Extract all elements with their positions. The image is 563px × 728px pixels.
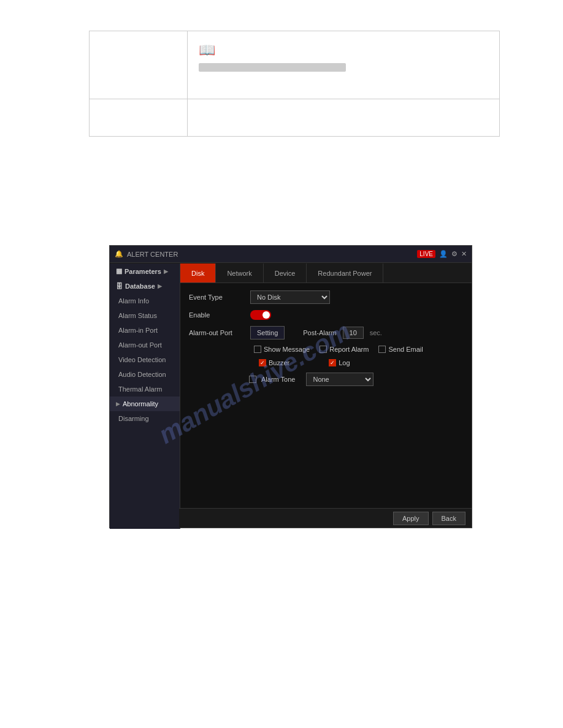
checkbox-row-2: Buzzer Log [189, 359, 463, 366]
tab-disk[interactable]: Disk [180, 264, 216, 282]
sidebar-item-alarm-in-port[interactable]: Alarm-in Port [110, 323, 180, 338]
sidebar-item-alarm-out-port[interactable]: Alarm-out Port [110, 338, 180, 352]
chevron-right-abnormality-icon: ▶ [116, 401, 120, 407]
apply-button[interactable]: Apply [393, 512, 429, 525]
gray-bar [199, 63, 346, 72]
top-table: 📖 [89, 31, 500, 137]
alarm-out-port-label: Alarm-out Port [189, 329, 244, 336]
setting-button[interactable]: Setting [250, 326, 285, 339]
buzzer-item: Buzzer [259, 359, 289, 366]
tabs-bar: Disk Network Device Redundant Power [180, 264, 472, 283]
buzzer-checkbox[interactable] [259, 359, 266, 366]
send-email-label: Send Email [388, 346, 423, 353]
parameters-label: Parameters [124, 268, 161, 275]
sidebar-item-thermal-alarm[interactable]: Thermal Alarm [110, 382, 180, 396]
tab-device[interactable]: Device [264, 264, 307, 282]
tab-redundant-power[interactable]: Redundant Power [307, 264, 383, 282]
live-badge: LIVE [417, 250, 435, 258]
alarm-tone-row: Alarm Tone None [189, 373, 463, 386]
send-email-item: Send Email [378, 346, 423, 353]
show-message-item: Show Message [254, 346, 310, 353]
sidebar-item-alarm-info[interactable]: Alarm Info [110, 294, 180, 308]
table-cell-right-2 [188, 99, 499, 136]
header-bar: 🔔 ALERT CENTER LIVE 👤 ⚙ ✕ [110, 246, 472, 263]
main-content: Disk Network Device Redundant Power Even… [180, 264, 472, 528]
form-content: Event Type No Disk Enable Alarm-out Port… [180, 283, 472, 400]
disarming-label: Disarming [118, 415, 149, 422]
event-type-row: Event Type No Disk [189, 290, 463, 304]
sidebar-item-disarming[interactable]: Disarming [110, 411, 180, 426]
sidebar-item-video-detection[interactable]: Video Detection [110, 352, 180, 367]
sidebar: ▦ Parameters ▶ 🗄 Database ▶ Alarm Info A… [110, 264, 180, 529]
enable-label: Enable [189, 311, 244, 319]
sidebar-item-alarm-status[interactable]: Alarm Status [110, 308, 180, 323]
post-alarm-input[interactable] [343, 327, 364, 339]
log-checkbox[interactable] [329, 359, 336, 366]
chevron-right-db-icon: ▶ [158, 283, 162, 289]
report-alarm-label: Report Alarm [329, 346, 369, 353]
checkbox-row-1: Show Message Report Alarm Send Email [189, 346, 463, 353]
buzzer-label: Buzzer [269, 359, 289, 366]
show-message-checkbox[interactable] [254, 346, 261, 353]
tab-network[interactable]: Network [216, 264, 263, 282]
table-cell-right-1: 📖 [188, 31, 499, 99]
audio-detection-label: Audio Detection [118, 371, 166, 378]
grid-icon: ▦ [116, 267, 122, 275]
post-alarm-label: Post-Alarm [303, 329, 336, 336]
table-cell-left-1 [90, 31, 188, 99]
alert-center-title: ALERT CENTER [127, 251, 178, 258]
sidebar-item-audio-detection[interactable]: Audio Detection [110, 367, 180, 382]
back-button[interactable]: Back [432, 512, 465, 525]
alarm-tone-checkbox[interactable] [249, 376, 256, 383]
sidebar-item-parameters[interactable]: ▦ Parameters ▶ [110, 264, 180, 279]
database-label: Database [125, 282, 155, 290]
alarm-tone-select[interactable]: None [306, 373, 373, 386]
table-cell-left-2 [90, 99, 188, 136]
alarm-out-port-label: Alarm-out Port [118, 341, 162, 349]
chevron-right-icon: ▶ [164, 268, 168, 275]
report-alarm-checkbox[interactable] [320, 346, 327, 353]
alarm-tone-label: Alarm Tone [261, 376, 295, 383]
header-left: 🔔 ALERT CENTER [115, 250, 178, 258]
settings-icon: ⚙ [451, 250, 458, 258]
alarm-status-label: Alarm Status [118, 312, 157, 319]
close-icon[interactable]: ✕ [461, 250, 467, 258]
alert-center-screenshot: 🔔 ALERT CENTER LIVE 👤 ⚙ ✕ ▦ Parameters ▶… [109, 245, 472, 528]
db-icon: 🗄 [116, 282, 123, 290]
alarm-info-label: Alarm Info [118, 297, 149, 305]
event-type-select[interactable]: No Disk [250, 290, 330, 304]
report-alarm-item: Report Alarm [320, 346, 369, 353]
alarm-out-port-row: Alarm-out Port Setting Post-Alarm sec. [189, 326, 463, 339]
sec-label: sec. [370, 329, 382, 336]
enable-row: Enable [189, 310, 463, 320]
enable-toggle[interactable] [250, 310, 271, 320]
thermal-alarm-label: Thermal Alarm [118, 385, 163, 393]
sidebar-item-database[interactable]: 🗄 Database ▶ [110, 279, 180, 294]
send-email-checkbox[interactable] [378, 346, 386, 353]
video-detection-label: Video Detection [118, 356, 166, 363]
log-label: Log [339, 359, 350, 366]
alert-icon: 🔔 [115, 250, 123, 258]
sidebar-item-abnormality[interactable]: ▶ Abnormality [110, 396, 180, 411]
bottom-bar: Apply Back [179, 508, 472, 528]
header-right: LIVE 👤 ⚙ ✕ [417, 250, 467, 258]
user-icon: 👤 [439, 250, 448, 258]
event-type-label: Event Type [189, 294, 244, 301]
log-item: Log [329, 359, 350, 366]
show-message-label: Show Message [264, 346, 310, 353]
alarm-in-port-label: Alarm-in Port [118, 327, 158, 334]
book-icon: 📖 [199, 42, 494, 58]
abnormality-label: Abnormality [123, 400, 158, 408]
